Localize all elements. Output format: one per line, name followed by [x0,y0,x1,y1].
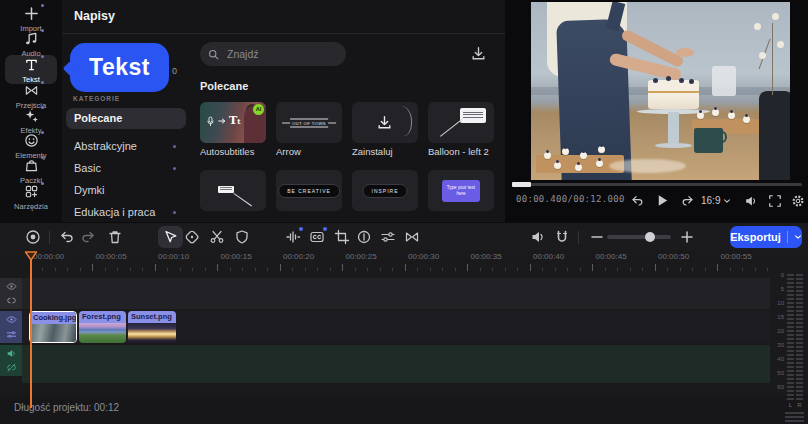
meter-scale-label: 0 [772,272,784,278]
section-title: Polecane [200,80,248,92]
track-lane-text [22,278,770,309]
category-edukacja[interactable]: Edukacja i praca [66,202,186,223]
ruler-label: 00:00:40 [533,252,564,261]
toolbar: Eksportuj [0,222,808,250]
record-icon[interactable] [25,229,41,245]
sliders-icon[interactable] [6,329,17,340]
sidebar-item-tekst[interactable]: Tekst [0,57,62,82]
preview-progress-bar[interactable] [512,183,802,186]
timeline: 00:00:0000:00:0500:00:1000:00:1500:00:20… [0,250,808,395]
audio-level-meters: 0510152030405060 LR [772,272,804,424]
crop-icon[interactable] [334,229,350,245]
template-card-be-creative[interactable]: BE CREATIVE [276,170,342,211]
play-icon[interactable] [655,193,670,208]
new-dot [173,211,176,214]
sidebar-item-elementy[interactable]: Elementy [0,133,62,158]
export-button[interactable]: Eksportuj [730,226,802,248]
playhead[interactable] [30,252,32,408]
transitions-icon[interactable] [404,229,420,245]
tekst-tooltip: Tekst [70,43,169,92]
divider [62,33,505,34]
clip-sunset[interactable]: Sunset.png [128,311,176,343]
scissors-icon[interactable] [209,229,225,245]
category-dymki[interactable]: Dymki [66,180,186,201]
speed-icon[interactable] [356,229,372,245]
clip-thumbnail [79,323,126,343]
prev-frame-icon[interactable] [630,194,644,208]
volume-icon[interactable] [744,194,758,208]
waveform-icon[interactable] [285,229,301,245]
sidebar-item-paczki[interactable]: Paczki [0,158,62,183]
tag-icon[interactable] [184,229,200,245]
gear-icon[interactable] [791,194,805,208]
video-preview[interactable] [531,2,790,180]
ruler-ticks [30,264,770,271]
sidebar-item-przejscia[interactable]: Przejścia [0,83,62,108]
search-bar[interactable] [200,42,346,66]
ruler-label: 00:00:35 [471,252,502,261]
speaker-icon[interactable] [530,229,546,245]
sidebar-item-efekty[interactable]: Efekty [0,108,62,133]
callout-art [218,186,234,193]
eye-icon[interactable] [6,314,17,325]
aspect-ratio-dropdown[interactable]: 16:9 [701,195,731,206]
template-card-type-text[interactable]: Type your text here [428,170,494,211]
download-icon[interactable] [470,45,488,63]
categories-heading: KATEGORIE [73,95,120,102]
link-icon[interactable] [6,295,17,306]
timeline-zoom-slider[interactable] [607,235,671,239]
cursor-icon[interactable] [162,229,178,245]
fullscreen-icon[interactable] [768,194,782,208]
new-dot [173,145,176,148]
trash-icon[interactable] [107,229,123,245]
effects-icon [24,108,39,123]
redo-icon[interactable] [80,229,96,245]
next-frame-icon[interactable] [681,194,695,208]
unlink-icon[interactable] [6,362,17,373]
adjust-icon[interactable] [380,229,396,245]
sidebar-item-import[interactable]: Import [0,6,62,31]
text-glyph: Tt [229,115,240,127]
audio-icon[interactable] [6,348,17,359]
zoom-in-icon[interactable] [679,229,695,245]
ai-badge: AI [253,104,264,115]
zoom-slider-knob[interactable] [645,232,655,242]
template-card-inspire[interactable]: INSPIRE [352,170,418,211]
category-basic[interactable]: Basic [66,158,186,179]
search-input[interactable] [225,47,338,61]
mic-icon [206,116,215,127]
ruler-label: 00:00:05 [96,252,127,261]
count-badge: 0 [172,66,177,76]
template-card-arrow[interactable]: OUT OF TOWN [276,102,342,143]
meter-scale-label: 40 [772,356,784,362]
template-label: Zainstaluj [352,146,426,157]
meter-channel-label: R [796,402,803,408]
sidebar-item-narzedzia[interactable]: Narzędzia [0,184,62,209]
undo-icon[interactable] [59,229,75,245]
magnet-icon[interactable] [554,229,570,245]
ruler-label: 00:00:25 [346,252,377,261]
captions-icon[interactable] [309,229,325,245]
playhead-handle[interactable] [24,251,38,261]
track-header-video [0,311,22,343]
track-lane-audio [22,345,770,383]
text-icon [24,57,39,72]
category-polecane[interactable]: Polecane [66,108,186,129]
shield-icon[interactable] [234,229,250,245]
clip-thumbnail [128,323,176,343]
elements-icon [24,133,39,148]
plus-icon [24,6,39,21]
category-abstrakcyjne[interactable]: Abstrakcyjne [66,136,186,157]
transition-icon [24,83,39,98]
timecode: 00:00.400/00:12.000 [516,194,625,204]
sidebar-item-audio[interactable]: Audio [0,31,62,56]
template-card-autosubtitles[interactable]: Tt AI [200,102,266,143]
eye-icon[interactable] [6,281,17,292]
template-card-callout[interactable] [200,170,266,211]
template-card-balloon[interactable] [428,102,494,143]
clip-cooking[interactable]: Cooking.jpg [29,311,77,343]
zoom-out-icon[interactable] [589,229,605,245]
clip-forest[interactable]: Forest.png [79,311,126,343]
template-card-zainstaluj[interactable] [352,102,418,143]
meter-column-right [796,274,803,400]
